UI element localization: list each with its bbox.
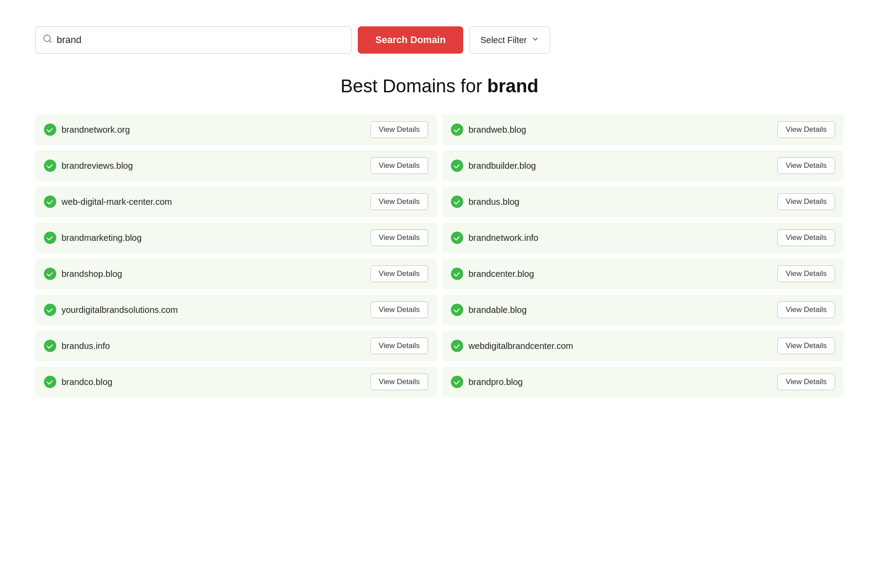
view-details-button[interactable]: View Details xyxy=(777,338,835,354)
available-icon xyxy=(451,268,463,280)
domain-left: brandnetwork.info xyxy=(451,232,538,244)
domain-row: brandreviews.blog View Details xyxy=(35,150,437,181)
svg-line-1 xyxy=(49,40,51,42)
domain-name: web-digital-mark-center.com xyxy=(62,197,172,207)
view-details-button[interactable]: View Details xyxy=(777,229,835,246)
available-icon xyxy=(451,304,463,316)
search-bar: Search Domain Select Filter xyxy=(35,26,844,54)
domain-row: yourdigitalbrandsolutions.com View Detai… xyxy=(35,294,437,325)
view-details-button[interactable]: View Details xyxy=(370,229,428,246)
domain-name: brandcenter.blog xyxy=(469,269,534,279)
view-details-button[interactable]: View Details xyxy=(777,301,835,318)
domain-left: brandbuilder.blog xyxy=(451,160,536,172)
available-icon xyxy=(44,196,56,208)
domain-row: brandshop.blog View Details xyxy=(35,258,437,289)
domain-name: brandbuilder.blog xyxy=(469,161,536,171)
domain-name: brandpro.blog xyxy=(469,377,523,387)
domain-left: brandmarketing.blog xyxy=(44,232,142,244)
domain-left: brandweb.blog xyxy=(451,123,526,136)
available-icon xyxy=(451,340,463,352)
view-details-button[interactable]: View Details xyxy=(777,157,835,174)
filter-label: Select Filter xyxy=(480,35,527,45)
available-icon xyxy=(44,123,56,136)
available-icon xyxy=(44,268,56,280)
view-details-button[interactable]: View Details xyxy=(777,265,835,282)
domain-row: brandco.blog View Details xyxy=(35,367,437,397)
domain-left: brandpro.blog xyxy=(451,376,523,388)
available-icon xyxy=(451,123,463,136)
view-details-button[interactable]: View Details xyxy=(777,374,835,390)
domain-grid: brandnetwork.org View Details brandweb.b… xyxy=(35,114,844,397)
available-icon xyxy=(451,376,463,388)
domain-name: brandable.blog xyxy=(469,305,527,315)
available-icon xyxy=(44,304,56,316)
domain-left: webdigitalbrandcenter.com xyxy=(451,340,573,352)
domain-name: brandmarketing.blog xyxy=(62,233,142,243)
domain-left: brandreviews.blog xyxy=(44,160,133,172)
domain-row: brandus.info View Details xyxy=(35,330,437,361)
view-details-button[interactable]: View Details xyxy=(777,193,835,210)
search-domain-button[interactable]: Search Domain xyxy=(358,26,463,54)
available-icon xyxy=(44,340,56,352)
view-details-button[interactable]: View Details xyxy=(370,157,428,174)
domain-left: brandus.blog xyxy=(451,196,519,208)
domain-left: brandnetwork.org xyxy=(44,123,130,136)
domain-left: brandcenter.blog xyxy=(451,268,534,280)
domain-left: brandshop.blog xyxy=(44,268,122,280)
view-details-button[interactable]: View Details xyxy=(370,265,428,282)
chevron-down-icon xyxy=(531,35,539,45)
domain-left: web-digital-mark-center.com xyxy=(44,196,172,208)
domain-name: brandnetwork.info xyxy=(469,233,538,243)
view-details-button[interactable]: View Details xyxy=(370,121,428,138)
domain-name: webdigitalbrandcenter.com xyxy=(469,341,573,351)
search-icon xyxy=(43,34,52,46)
page-title: Best Domains for brand xyxy=(35,76,844,97)
domain-row: web-digital-mark-center.com View Details xyxy=(35,186,437,217)
view-details-button[interactable]: View Details xyxy=(370,301,428,318)
select-filter-button[interactable]: Select Filter xyxy=(469,26,550,54)
domain-name: brandweb.blog xyxy=(469,125,526,135)
domain-left: brandable.blog xyxy=(451,304,527,316)
available-icon xyxy=(451,160,463,172)
available-icon xyxy=(44,160,56,172)
domain-row: brandnetwork.org View Details xyxy=(35,114,437,145)
domain-name: brandus.info xyxy=(62,341,110,351)
domain-row: webdigitalbrandcenter.com View Details xyxy=(442,330,844,361)
available-icon xyxy=(44,376,56,388)
domain-row: brandable.blog View Details xyxy=(442,294,844,325)
available-icon xyxy=(451,232,463,244)
view-details-button[interactable]: View Details xyxy=(370,193,428,210)
domain-row: brandweb.blog View Details xyxy=(442,114,844,145)
domain-row: brandnetwork.info View Details xyxy=(442,222,844,253)
domain-name: brandreviews.blog xyxy=(62,161,133,171)
available-icon xyxy=(451,196,463,208)
search-input[interactable] xyxy=(57,34,344,46)
domain-name: brandus.blog xyxy=(469,197,519,207)
domain-row: brandcenter.blog View Details xyxy=(442,258,844,289)
available-icon xyxy=(44,232,56,244)
domain-name: brandnetwork.org xyxy=(62,125,130,135)
domain-row: brandus.blog View Details xyxy=(442,186,844,217)
domain-name: brandshop.blog xyxy=(62,269,122,279)
domain-row: brandmarketing.blog View Details xyxy=(35,222,437,253)
domain-name: yourdigitalbrandsolutions.com xyxy=(62,305,178,315)
domain-left: yourdigitalbrandsolutions.com xyxy=(44,304,178,316)
domain-name: brandco.blog xyxy=(62,377,113,387)
domain-left: brandus.info xyxy=(44,340,110,352)
view-details-button[interactable]: View Details xyxy=(777,121,835,138)
domain-row: brandpro.blog View Details xyxy=(442,367,844,397)
view-details-button[interactable]: View Details xyxy=(370,338,428,354)
search-input-wrapper xyxy=(35,26,352,54)
view-details-button[interactable]: View Details xyxy=(370,374,428,390)
domain-row: brandbuilder.blog View Details xyxy=(442,150,844,181)
domain-left: brandco.blog xyxy=(44,376,113,388)
